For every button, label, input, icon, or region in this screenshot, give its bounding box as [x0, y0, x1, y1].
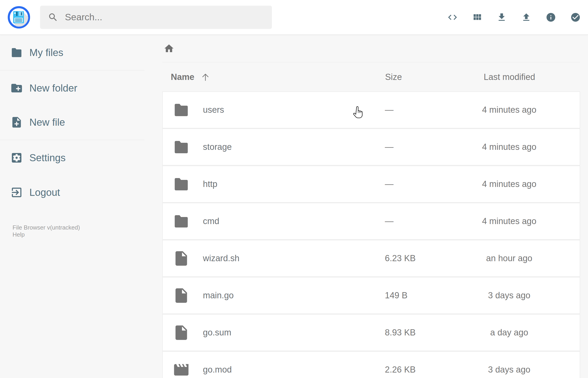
- file-size: —: [370, 105, 439, 115]
- sidebar-item-label: My files: [29, 47, 63, 58]
- check-circle-icon: [570, 12, 581, 23]
- file-name-cell: go.sum: [163, 324, 370, 341]
- search-bar[interactable]: [40, 6, 272, 29]
- new-folder-icon: [10, 82, 23, 94]
- row-wizard-sh[interactable]: wizard.sh 6.23 KB an hour ago: [162, 240, 580, 277]
- row-users[interactable]: users — 4 minutes ago: [162, 92, 580, 128]
- file-name-cell: wizard.sh: [163, 250, 370, 267]
- sidebar-divider: [0, 70, 144, 70]
- file-modified: an hour ago: [439, 254, 580, 263]
- folder-icon: [173, 213, 190, 230]
- file-size: 149 B: [370, 291, 439, 300]
- file-name: main.go: [203, 291, 234, 300]
- upload-icon: [521, 12, 532, 23]
- file-modified: 3 days ago: [439, 365, 580, 375]
- sidebar-item-label: Settings: [29, 152, 66, 163]
- sidebar-item-label: New folder: [29, 82, 77, 94]
- file-name: http: [203, 179, 217, 189]
- row-http[interactable]: http — 4 minutes ago: [162, 166, 580, 202]
- check-circle-button[interactable]: [570, 12, 581, 23]
- folder-icon: [173, 176, 190, 193]
- file-name-cell: users: [163, 101, 370, 119]
- sidebar-item-settings[interactable]: Settings: [0, 148, 144, 168]
- row-storage[interactable]: storage — 4 minutes ago: [162, 129, 580, 165]
- sidebar: My files New folder New file Settings Lo…: [0, 35, 144, 378]
- file-modified: a day ago: [439, 328, 580, 338]
- sidebar-item-new-folder[interactable]: New folder: [0, 78, 144, 98]
- file-modified: 4 minutes ago: [439, 105, 580, 115]
- file-name-cell: main.go: [163, 287, 370, 304]
- top-bar: [0, 0, 588, 35]
- download-icon: [496, 12, 507, 23]
- file-name: wizard.sh: [203, 254, 240, 263]
- file-modified: 4 minutes ago: [439, 216, 580, 226]
- file-name: go.mod: [203, 365, 232, 375]
- folder-icon: [10, 46, 23, 59]
- file-size: 2.26 KB: [370, 365, 439, 375]
- code-icon: [447, 12, 458, 23]
- breadcrumb: [162, 35, 580, 62]
- file-name-cell: storage: [163, 138, 370, 156]
- file-icon: [173, 287, 190, 304]
- sidebar-item-label: New file: [29, 117, 65, 128]
- folder-icon: [173, 101, 190, 119]
- info-icon: [546, 12, 556, 23]
- settings-icon: [10, 151, 23, 164]
- arrow-up-icon: [200, 72, 210, 82]
- file-name: go.sum: [203, 328, 231, 338]
- file-modified: 4 minutes ago: [439, 179, 580, 189]
- column-header-modified[interactable]: Last modified: [439, 72, 580, 82]
- sidebar-item-my-files[interactable]: My files: [0, 42, 144, 63]
- version-link[interactable]: File Browser v(untracked): [13, 224, 80, 231]
- folder-icon: [173, 138, 190, 156]
- file-size: 8.93 KB: [370, 328, 439, 338]
- file-modified: 4 minutes ago: [439, 142, 580, 152]
- code-button[interactable]: [447, 12, 458, 23]
- sidebar-item-label: Logout: [29, 187, 60, 198]
- column-header-size[interactable]: Size: [371, 72, 439, 82]
- file-name: cmd: [203, 216, 219, 226]
- listing-header: Name Size Last modified: [162, 62, 580, 92]
- sidebar-item-logout[interactable]: Logout: [0, 182, 144, 203]
- content-area: My files New folder New file Settings Lo…: [0, 35, 588, 378]
- sidebar-nav: My files New folder New file Settings Lo…: [0, 42, 144, 203]
- sidebar-divider: [0, 140, 144, 140]
- file-size: —: [370, 142, 439, 152]
- file-modified: 3 days ago: [439, 291, 580, 300]
- grid-view-icon: [472, 12, 482, 23]
- file-listing-panel: Name Size Last modified users — 4 minute…: [144, 35, 588, 378]
- grid-view-button[interactable]: [472, 12, 482, 23]
- upload-button[interactable]: [521, 12, 532, 23]
- file-name-cell: cmd: [163, 213, 370, 230]
- header-actions: [447, 12, 581, 23]
- sidebar-footer: File Browser v(untracked) Help: [13, 224, 80, 238]
- help-link[interactable]: Help: [13, 231, 80, 238]
- file-name: storage: [203, 142, 232, 152]
- column-header-name[interactable]: Name: [162, 72, 371, 82]
- row-main-go[interactable]: main.go 149 B 3 days ago: [162, 277, 580, 314]
- search-input[interactable]: [65, 6, 272, 29]
- row-go-mod[interactable]: go.mod 2.26 KB 3 days ago: [162, 351, 580, 378]
- logout-icon: [10, 186, 23, 199]
- file-icon: [173, 250, 190, 267]
- file-list: users — 4 minutes ago storage — 4 minute…: [162, 92, 580, 378]
- search-icon: [48, 12, 58, 23]
- row-cmd[interactable]: cmd — 4 minutes ago: [162, 203, 580, 240]
- file-size: —: [370, 179, 439, 189]
- file-name: users: [203, 105, 224, 115]
- file-name-cell: go.mod: [163, 361, 370, 378]
- file-size: 6.23 KB: [370, 254, 439, 263]
- home-icon[interactable]: [163, 43, 174, 54]
- sidebar-item-new-file[interactable]: New file: [0, 112, 144, 133]
- info-button[interactable]: [546, 12, 556, 23]
- new-file-icon: [10, 116, 23, 129]
- download-button[interactable]: [496, 12, 507, 23]
- file-icon: [173, 324, 190, 341]
- file-browser-logo[interactable]: [8, 6, 30, 29]
- row-go-sum[interactable]: go.sum 8.93 KB a day ago: [162, 314, 580, 351]
- movie-icon: [173, 361, 190, 378]
- file-size: —: [370, 216, 439, 226]
- file-name-cell: http: [163, 176, 370, 193]
